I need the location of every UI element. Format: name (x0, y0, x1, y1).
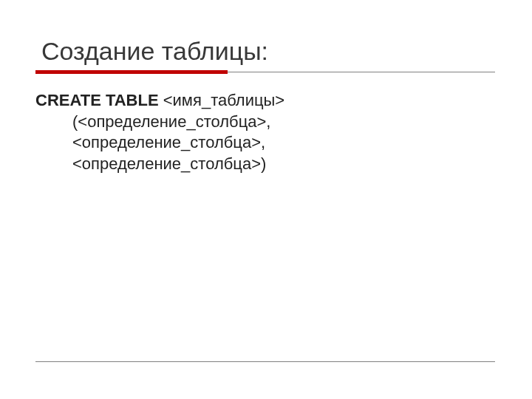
slide-title: Создание таблицы: (41, 37, 497, 66)
content-line-4: <определение_столбца>) (72, 154, 497, 175)
footer-divider (35, 361, 495, 362)
content-line-1: CREATE TABLE <имя_таблицы> (35, 90, 497, 112)
title-underline-red (35, 70, 228, 74)
slide-container: Создание таблицы: CREATE TABLE <имя_табл… (0, 0, 532, 399)
content-line-3: <определение_столбца>, (72, 132, 497, 154)
slide-content: CREATE TABLE <имя_таблицы> (<определение… (35, 90, 497, 174)
content-line-2: (<определение_столбца>, (72, 112, 497, 133)
table-name-placeholder: <имя_таблицы> (159, 91, 285, 109)
title-underline (35, 70, 495, 74)
sql-keyword: CREATE TABLE (35, 91, 159, 109)
